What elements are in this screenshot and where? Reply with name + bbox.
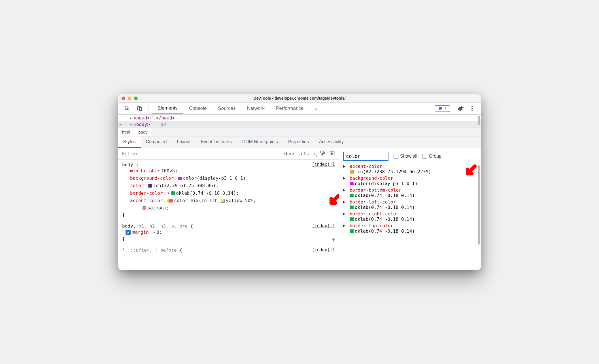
color-swatch[interactable] — [350, 205, 354, 209]
cls-button[interactable]: .cls — [298, 151, 309, 157]
computed-row[interactable]: border-right-color oklab(0.74 -0.18 0.14… — [343, 211, 477, 222]
color-swatch[interactable] — [350, 194, 354, 197]
styles-filter-input[interactable] — [118, 151, 279, 157]
device-toggle-icon[interactable] — [135, 103, 145, 114]
svg-point-5 — [471, 110, 473, 111]
subtab-dom-breakpoints[interactable]: DOM Breakpoints — [237, 136, 283, 148]
sub-tabs: Styles Computed Layout Event Listeners D… — [118, 136, 481, 148]
expand-icon[interactable] — [343, 189, 345, 192]
expand-icon[interactable] — [343, 177, 345, 180]
svg-rect-2 — [139, 108, 142, 111]
breadcrumb-item[interactable]: body — [134, 128, 152, 136]
color-swatch[interactable] — [350, 217, 354, 221]
subtab-accessibility[interactable]: Accessibility — [314, 136, 349, 148]
titlebar: DevTools - developer.chrome.com/tags/dev… — [118, 94, 481, 103]
collapsed-icon[interactable]: ⋯ — [150, 115, 155, 120]
tabs-overflow-icon[interactable]: » — [309, 103, 323, 114]
expand-icon[interactable] — [343, 213, 345, 215]
source-link[interactable]: (index):1 — [312, 247, 335, 253]
expand-icon[interactable] — [343, 165, 345, 168]
rule-selector[interactable]: body, h1, h2, h3, p, pre { — [122, 223, 193, 229]
color-swatch[interactable] — [350, 182, 354, 185]
render-icon[interactable] — [329, 150, 335, 157]
paint-icon[interactable] — [320, 150, 325, 157]
declaration[interactable]: accent-color: color-mix(in lch, yellow 5… — [122, 197, 335, 204]
annotation-arrow-icon — [329, 194, 339, 206]
expand-icon[interactable] — [154, 231, 155, 234]
color-swatch[interactable] — [148, 184, 152, 188]
tab-elements[interactable]: Elements — [152, 103, 183, 114]
subtab-properties[interactable]: Properties — [283, 136, 314, 148]
more-menu-icon[interactable] — [467, 106, 477, 111]
computed-row[interactable]: background-color color(display-p3 1 0 1) — [343, 175, 477, 187]
tab-sources[interactable]: Sources — [212, 103, 241, 114]
declaration-checkbox[interactable] — [126, 230, 131, 235]
show-all-checkbox[interactable]: Show all — [394, 154, 417, 159]
traffic-lights — [122, 97, 138, 100]
breadcrumb-item[interactable]: html — [118, 128, 134, 136]
color-swatch[interactable] — [350, 170, 354, 174]
color-swatch[interactable] — [178, 177, 182, 180]
color-swatch[interactable] — [221, 199, 225, 203]
rule-selector[interactable]: body { — [122, 162, 139, 167]
minimize-window-button[interactable] — [128, 97, 131, 100]
computed-row[interactable]: border-top-color oklab(0.74 -0.18 0.14) — [343, 222, 477, 234]
tab-network[interactable]: Network — [241, 103, 270, 114]
annotation-arrow-icon — [465, 164, 477, 177]
computed-filter-bar: Show all Group — [339, 148, 481, 163]
hov-button[interactable]: :hov — [283, 151, 294, 157]
color-swatch[interactable] — [171, 191, 175, 195]
computed-row[interactable]: border-bottom-color oklab(0.74 -0.18 0.1… — [343, 187, 477, 199]
scrollbar[interactable] — [478, 116, 480, 125]
source-link[interactable]: (index):1 — [312, 223, 335, 229]
expand-icon[interactable] — [343, 224, 345, 227]
svg-rect-6 — [320, 151, 324, 153]
dom-node-body[interactable]: ▾ <body> == $0 — [118, 121, 481, 128]
subtab-computed[interactable]: Computed — [141, 136, 172, 148]
declaration[interactable]: margin: 0; — [122, 229, 335, 236]
computed-row[interactable]: border-left-color oklab(0.74 -0.18 0.14) — [343, 199, 477, 211]
dom-node-head[interactable]: ▸ <head> ⋯ </head> — [118, 115, 481, 121]
tab-performance[interactable]: Performance — [270, 103, 309, 114]
color-swatch[interactable] — [350, 229, 354, 233]
close-window-button[interactable] — [122, 97, 125, 100]
separator — [148, 105, 148, 112]
inspect-element-icon[interactable] — [122, 103, 132, 114]
declaration[interactable]: background-color: color(display-p3 1 0 1… — [122, 175, 335, 182]
dom-tree: ▸ <head> ⋯ </head> ⋯ ▾ <body> == $0 — [118, 115, 481, 128]
svg-rect-7 — [322, 155, 323, 155]
css-rule: *, ::after, ::before { (index):1 — [118, 245, 339, 256]
css-rule: body { (index):1 min-height: 100vh; back… — [118, 160, 339, 221]
scrollbar[interactable] — [478, 165, 480, 245]
subtab-styles[interactable]: Styles — [118, 136, 141, 148]
group-checkbox[interactable]: Group — [422, 154, 441, 159]
computed-row[interactable]: accent-color lch(82.7238 75.1294 66.2239… — [343, 163, 477, 175]
dom-tag: </head> — [156, 115, 175, 121]
rule-selector[interactable]: *, ::after, ::before { — [122, 247, 182, 253]
computed-filter-input[interactable] — [343, 152, 388, 161]
subtab-layout[interactable]: Layout — [172, 136, 196, 148]
devtools-window: DevTools - developer.chrome.com/tags/dev… — [118, 94, 481, 270]
declaration[interactable]: border-color: oklab(0.74 -0.18 0.14); — [122, 190, 335, 197]
svg-point-4 — [471, 108, 473, 109]
subtab-event-listeners[interactable]: Event Listeners — [196, 136, 237, 148]
issues-button[interactable]: 1 — [435, 105, 450, 112]
maximize-window-button[interactable] — [134, 97, 138, 100]
expand-icon[interactable] — [343, 201, 345, 204]
settings-icon[interactable] — [456, 105, 466, 112]
panels: :hov .cls +◢ body { ( — [118, 148, 481, 270]
rule-close: } — [122, 212, 335, 217]
styles-body: body { (index):1 min-height: 100vh; back… — [118, 160, 339, 270]
color-swatch[interactable] — [143, 206, 146, 210]
color-mix-swatch[interactable] — [167, 199, 173, 203]
add-rule-icon[interactable]: + — [332, 236, 335, 243]
declaration[interactable]: color: lch(32.39 61.25 308.86); — [122, 182, 335, 189]
tab-console[interactable]: Console — [183, 103, 212, 114]
declaration[interactable]: min-height: 100vh; — [122, 167, 335, 175]
source-link[interactable]: (index):1 — [312, 162, 335, 167]
dom-gutter-menu[interactable]: ⋯ — [118, 121, 123, 128]
computed-panel: Show all Group accent-color lch(82.7238 … — [339, 148, 481, 270]
expand-icon[interactable] — [168, 192, 169, 195]
declaration-continuation[interactable]: salmon); — [122, 204, 335, 212]
new-rule-icon[interactable]: +◢ — [313, 151, 316, 157]
